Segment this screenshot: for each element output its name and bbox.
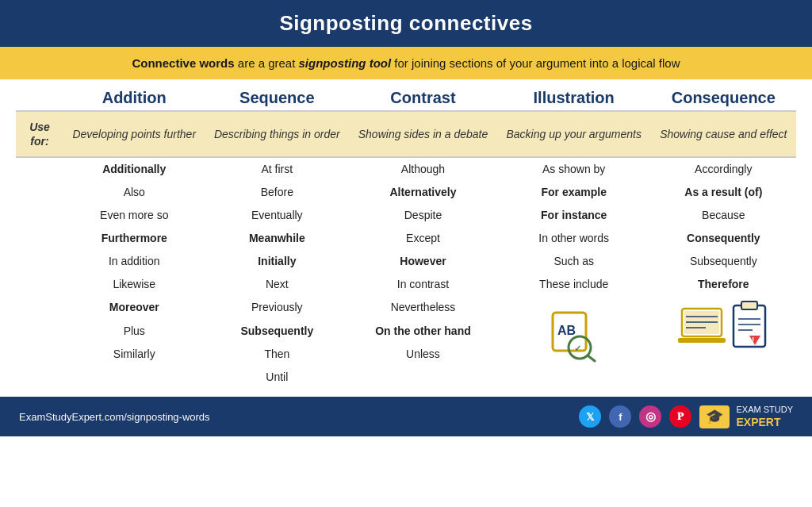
word-cell-col3-row3: In other words xyxy=(497,227,651,250)
twitter-icon[interactable]: 𝕏 xyxy=(579,405,601,428)
connective-words-label: Connective words xyxy=(132,56,234,70)
svg-text:!: ! xyxy=(752,336,754,345)
clipboard-icon: ! xyxy=(730,299,768,348)
word-cell-col2-row1: Alternatively xyxy=(349,181,497,204)
word-cell-col2-row8: Unless xyxy=(349,343,497,366)
bold-word: Therefore xyxy=(698,278,749,290)
word-cell-col0-row8: Similarly xyxy=(63,343,205,366)
main-table: Addition Sequence Contrast Illustration … xyxy=(16,79,796,389)
word-cell-col2-row0: Although xyxy=(349,157,497,181)
word-cell-col2-row7: On the other hand xyxy=(349,320,497,343)
use-for-consequence: Showing cause and effect xyxy=(651,111,796,157)
word-cell-col1-row3: Meanwhile xyxy=(205,227,349,250)
svg-rect-11 xyxy=(733,305,765,347)
bold-word: As a result (of) xyxy=(684,186,762,198)
col-header-consequence: Consequence xyxy=(651,79,796,111)
word-cell-col4-row0: Accordingly xyxy=(651,157,796,181)
word-cell-col4-row1: As a result (of) xyxy=(651,181,796,204)
word-cell-col4-row3: Consequently xyxy=(651,227,796,250)
word-cell-col0-row4: In addition xyxy=(63,250,205,273)
word-cell-col1-row1: Before xyxy=(205,181,349,204)
subtitle-bar: Connective words are a great signposting… xyxy=(0,47,812,79)
word-cell-col0-row1: Also xyxy=(63,181,205,204)
word-cell-col4-row5: Therefore xyxy=(651,273,796,296)
brand-name: EXAM STUDY EXPERT xyxy=(736,405,793,428)
bold-word: For example xyxy=(541,186,606,198)
footer-url: ExamStudyExpert.com/signposting-words xyxy=(19,411,210,423)
word-cell-col3-row2: For instance xyxy=(497,204,651,227)
use-for-label: Use for: xyxy=(16,111,63,157)
bold-word: On the other hand xyxy=(375,325,471,337)
consequence-icons: ! xyxy=(656,299,791,348)
word-cell-col0-row3: Furthermore xyxy=(63,227,205,250)
title-bar: Signposting connectives xyxy=(0,0,812,47)
illustration-icons: AB ✓ xyxy=(502,299,646,363)
word-cell-col4-row2: Because xyxy=(651,204,796,227)
bold-word: Consequently xyxy=(687,232,760,244)
svg-rect-12 xyxy=(741,302,757,309)
word-cell-col0-row6: Moreover xyxy=(63,296,205,319)
table-row: In additionInitiallyHoweverSuch asSubseq… xyxy=(16,250,796,273)
word-cell-col0-row7: Plus xyxy=(63,320,205,343)
col-header-illustration: Illustration xyxy=(497,79,651,111)
use-for-header-cell xyxy=(16,79,63,111)
column-header-row: Addition Sequence Contrast Illustration … xyxy=(16,79,796,111)
use-for-contrast: Showing sides in a debate xyxy=(349,111,497,157)
word-cell-col1-row2: Eventually xyxy=(205,204,349,227)
use-for-addition: Developing points further xyxy=(63,111,205,157)
bold-word: Initially xyxy=(258,255,296,267)
subtitle-mid: are a great xyxy=(235,56,299,70)
facebook-icon[interactable]: f xyxy=(609,405,631,428)
bold-word: However xyxy=(400,255,446,267)
word-cell-col4-row4: Subsequently xyxy=(651,250,796,273)
pinterest-icon[interactable]: 𝐏 xyxy=(669,405,691,428)
word-cell-col0-row9 xyxy=(63,366,205,389)
word-cell-col3-row5: These include xyxy=(497,273,651,296)
table-row: Until xyxy=(16,366,796,389)
main-container: Signposting connectives Connective words… xyxy=(0,0,812,436)
word-cell-col3-row1: For example xyxy=(497,181,651,204)
svg-rect-7 xyxy=(678,338,726,343)
word-cell-col2-row6: Nevertheless xyxy=(349,296,497,319)
word-cell-col2-row4: However xyxy=(349,250,497,273)
word-cell-col2-row2: Despite xyxy=(349,204,497,227)
word-cell-col1-row4: Initially xyxy=(205,250,349,273)
table-row: MoreoverPreviouslyNevertheless AB ✓ xyxy=(16,296,796,319)
table-row: LikewiseNextIn contrastThese includeTher… xyxy=(16,273,796,296)
signposting-tool-label: signposting tool xyxy=(299,56,392,70)
bold-word: Subsequently xyxy=(240,325,313,337)
laptop-icon xyxy=(678,305,726,348)
svg-line-3 xyxy=(588,355,595,361)
bold-word: Furthermore xyxy=(102,232,167,244)
bold-word: Alternatively xyxy=(389,186,456,198)
word-cell-col1-row9: Until xyxy=(205,366,349,389)
use-for-row: Use for: Developing points further Descr… xyxy=(16,111,796,157)
word-cell-col1-row0: At first xyxy=(205,157,349,181)
col-header-sequence: Sequence xyxy=(205,79,349,111)
svg-text:AB: AB xyxy=(557,324,576,337)
abc-magnify-icon: AB ✓ xyxy=(551,311,597,363)
use-for-sequence: Describing things in order xyxy=(205,111,349,157)
col-header-contrast: Contrast xyxy=(349,79,497,111)
word-cell-col3-row4: Such as xyxy=(497,250,651,273)
word-cell-col0-row0: Additionally xyxy=(63,157,205,181)
instagram-icon[interactable]: ◎ xyxy=(639,405,661,428)
word-cell-col1-row6: Previously xyxy=(205,296,349,319)
word-cell-col3-row6: AB ✓ xyxy=(497,296,651,366)
word-cell-col2-row9 xyxy=(349,366,497,389)
word-cell-col1-row5: Next xyxy=(205,273,349,296)
bold-word: Meanwhile xyxy=(249,232,305,244)
word-cell-col0-row2: Even more so xyxy=(63,204,205,227)
words-body: AdditionallyAt firstAlthoughAs shown byA… xyxy=(16,157,796,389)
bold-word: For instance xyxy=(541,209,607,221)
page-title: Signposting connectives xyxy=(279,11,532,35)
use-for-illustration: Backing up your arguments xyxy=(497,111,651,157)
brand-logo: 🎓 EXAM STUDY EXPERT xyxy=(699,405,793,428)
col-header-addition: Addition xyxy=(63,79,205,111)
subtitle-end: for joining sections of your argument in… xyxy=(391,56,680,70)
word-cell-col1-row8: Then xyxy=(205,343,349,366)
table-section: Addition Sequence Contrast Illustration … xyxy=(0,79,812,397)
bold-word: Additionally xyxy=(102,163,166,175)
footer-icons: 𝕏 f ◎ 𝐏 🎓 EXAM STUDY EXPERT xyxy=(579,405,793,428)
word-cell-col2-row5: In contrast xyxy=(349,273,497,296)
